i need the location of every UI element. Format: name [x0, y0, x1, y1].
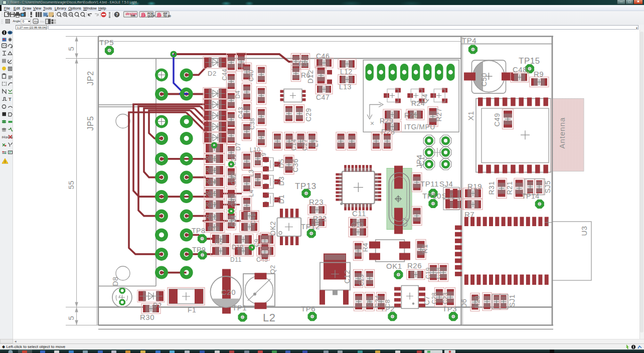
svg-text:L7: L7 [311, 138, 319, 147]
svg-text:Antenna: Antenna [558, 117, 566, 148]
svg-text:C29: C29 [304, 108, 312, 121]
svg-text:D2: D2 [208, 69, 217, 77]
svg-text:×: × [370, 119, 375, 127]
svg-text:C44: C44 [221, 68, 228, 80]
svg-text:Q2: Q2 [269, 265, 276, 274]
svg-text:C47: C47 [316, 93, 330, 101]
svg-text:R21: R21 [506, 181, 514, 195]
svg-text:C12: C12 [343, 270, 351, 283]
svg-text:C50: C50 [480, 73, 488, 86]
svg-text:R23: R23 [309, 197, 324, 206]
svg-text:L13: L13 [339, 82, 352, 90]
svg-text:TP6: TP6 [301, 304, 315, 312]
svg-text:C41: C41 [250, 213, 257, 225]
svg-text:R25: R25 [404, 111, 418, 119]
svg-text:F1: F1 [188, 305, 196, 313]
svg-text:C18: C18 [435, 267, 442, 279]
svg-text:L10: L10 [250, 146, 261, 153]
svg-text:C32: C32 [230, 172, 237, 185]
svg-text:R13: R13 [205, 155, 217, 162]
svg-text:TP9: TP9 [192, 245, 206, 253]
svg-text:C8: C8 [384, 299, 391, 308]
svg-text:R17: R17 [205, 201, 217, 208]
svg-text:OK1: OK1 [386, 261, 402, 270]
svg-text:TP10: TP10 [422, 191, 441, 200]
svg-text:C25: C25 [358, 274, 365, 286]
svg-text:C23: C23 [442, 292, 449, 304]
svg-text:R9: R9 [534, 69, 544, 78]
svg-text:C14: C14 [290, 138, 297, 150]
svg-text:T: T [9, 97, 12, 102]
svg-text:TP4: TP4 [462, 36, 476, 44]
svg-text:R27: R27 [435, 108, 443, 121]
svg-text:R31: R31 [488, 181, 496, 195]
svg-text:U3: U3 [580, 226, 588, 236]
svg-text:C24: C24 [374, 295, 381, 307]
svg-text:C9: C9 [253, 239, 260, 247]
svg-text:SJ4: SJ4 [439, 179, 453, 188]
svg-text:SJ5: SJ5 [544, 180, 552, 193]
svg-text:D1: D1 [277, 194, 285, 204]
svg-text:OK2: OK2 [269, 221, 277, 236]
svg-text:R26: R26 [407, 261, 422, 269]
svg-text:C40: C40 [248, 69, 255, 81]
svg-text:C36: C36 [291, 158, 299, 172]
svg-text:R29: R29 [380, 116, 393, 124]
svg-text:C33: C33 [230, 195, 237, 207]
svg-text:TP3: TP3 [442, 304, 457, 312]
svg-text:5: 5 [67, 315, 75, 320]
svg-text:TP5: TP5 [99, 38, 114, 46]
svg-text:TO 3D: TO 3D [164, 15, 171, 18]
svg-text:R20: R20 [473, 295, 481, 308]
svg-text:JP5: JP5 [86, 116, 95, 130]
svg-text:C2: C2 [401, 217, 409, 227]
svg-text:TP13: TP13 [295, 181, 316, 191]
svg-text:D12: D12 [306, 70, 314, 83]
svg-text:C46: C46 [316, 52, 330, 60]
svg-text:C5: C5 [366, 297, 373, 306]
svg-text:0: 0 [23, 20, 25, 23]
svg-text:R12: R12 [205, 166, 217, 173]
svg-text:C48: C48 [513, 65, 527, 73]
svg-text:TP12: TP12 [301, 222, 320, 230]
svg-text:SJ1: SJ1 [508, 294, 516, 307]
svg-text:Abc: Abc [40, 20, 45, 23]
svg-text:C1: C1 [418, 156, 426, 165]
svg-text:C19: C19 [425, 267, 432, 279]
svg-text:R1: R1 [421, 244, 429, 253]
svg-text:TP14: TP14 [522, 192, 539, 200]
svg-text:C34: C34 [230, 215, 237, 227]
svg-text:C43: C43 [237, 106, 244, 118]
svg-text:link: link [131, 14, 136, 17]
svg-text:C27: C27 [301, 138, 308, 150]
svg-text:Angle:: Angle: [13, 20, 22, 23]
svg-text:D6: D6 [460, 298, 468, 308]
svg-text:C7: C7 [423, 295, 431, 305]
svg-text:L3: L3 [248, 169, 255, 176]
svg-text:R19: R19 [467, 182, 482, 190]
svg-text:55: 55 [67, 180, 75, 189]
svg-text:TP1: TP1 [232, 303, 247, 311]
svg-text:!: ! [5, 159, 6, 163]
svg-text:R15: R15 [205, 190, 217, 197]
svg-text:D2: D2 [153, 301, 162, 308]
svg-text:R3: R3 [298, 59, 308, 67]
svg-text:Q4: Q4 [421, 93, 429, 103]
svg-text:ITG/MPU: ITG/MPU [404, 122, 435, 130]
svg-text:TP8: TP8 [192, 226, 205, 234]
svg-text:TP15: TP15 [519, 56, 540, 65]
svg-text:Abc: Abc [34, 20, 39, 23]
svg-text:X1: X1 [466, 111, 475, 120]
svg-text:5: 5 [67, 46, 75, 51]
svg-text:R7: R7 [464, 210, 474, 218]
svg-text:R14: R14 [205, 178, 217, 185]
svg-text:C11: C11 [352, 209, 366, 217]
svg-text:C38: C38 [249, 117, 256, 129]
svg-text:?: ? [115, 12, 118, 17]
svg-text:JP2: JP2 [86, 71, 95, 85]
svg-text:D7: D7 [235, 142, 242, 150]
svg-text:C28: C28 [431, 292, 438, 304]
svg-text:C10: C10 [351, 221, 364, 228]
svg-text:D8: D8 [111, 276, 119, 286]
svg-text:R4: R4 [361, 242, 369, 252]
